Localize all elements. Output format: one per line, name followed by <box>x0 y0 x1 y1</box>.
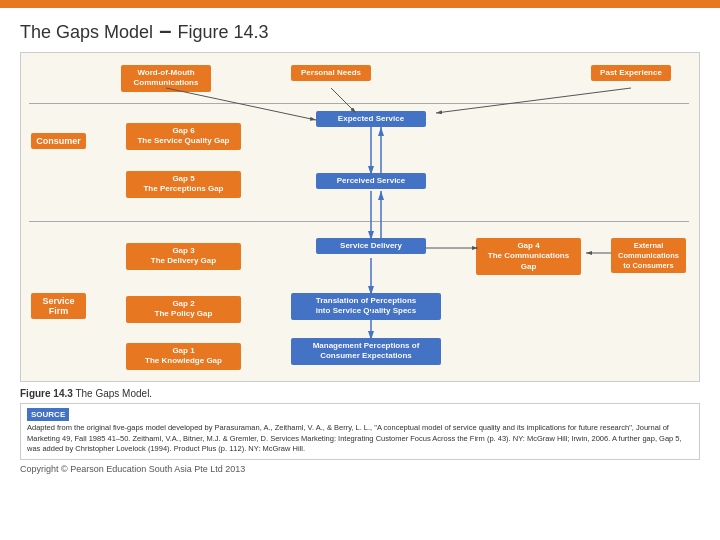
perceived-service-box: Perceived Service <box>316 173 426 189</box>
word-of-mouth-box: Word-of-MouthCommunications <box>121 65 211 92</box>
personal-needs-box: Personal Needs <box>291 65 371 81</box>
source-label: SOURCE <box>27 408 69 421</box>
translation-box: Translation of Perceptionsinto Service Q… <box>291 293 441 320</box>
external-comms-box: ExternalCommunicationsto Consumers <box>611 238 686 273</box>
gap2-box: Gap 2The Policy Gap <box>126 296 241 323</box>
page-title: The Gaps Model – Figure 14.3 <box>20 18 700 44</box>
gap4-box: Gap 4The Communications Gap <box>476 238 581 275</box>
source-section: SOURCE Adapted from the original five-ga… <box>20 403 700 460</box>
copyright: Copyright © Pearson Education South Asia… <box>20 464 700 474</box>
svg-line-2 <box>166 88 316 120</box>
svg-line-4 <box>436 88 631 113</box>
consumer-label: Consumer <box>31 133 86 149</box>
gap1-box: Gap 1The Knowledge Gap <box>126 343 241 370</box>
figure-caption: Figure 14.3 The Gaps Model. <box>20 388 700 399</box>
service-delivery-box: Service Delivery <box>316 238 426 254</box>
source-text: Adapted from the original five-gaps mode… <box>27 423 682 453</box>
subtitle-text: Figure 14.3 <box>178 22 269 42</box>
gap6-box: Gap 6The Service Quality Gap <box>126 123 241 150</box>
diagram-container: Consumer Service Firm Word-of-MouthCommu… <box>20 52 700 382</box>
divider-top <box>29 103 689 104</box>
divider-consumer <box>29 221 689 222</box>
gap5-box: Gap 5The Perceptions Gap <box>126 171 241 198</box>
page-content: The Gaps Model – Figure 14.3 Consumer Se… <box>0 8 720 484</box>
service-firm-label: Service Firm <box>31 293 86 319</box>
expected-service-box: Expected Service <box>316 111 426 127</box>
figure-caption-label: Figure 14.3 <box>20 388 73 399</box>
svg-line-3 <box>331 88 356 113</box>
gap3-box: Gap 3The Delivery Gap <box>126 243 241 270</box>
top-bar <box>0 0 720 8</box>
figure-caption-text: The Gaps Model. <box>75 388 152 399</box>
past-experience-box: Past Experience <box>591 65 671 81</box>
title-text: The Gaps Model <box>20 22 153 42</box>
management-perceptions-box: Management Perceptions ofConsumer Expect… <box>291 338 441 365</box>
